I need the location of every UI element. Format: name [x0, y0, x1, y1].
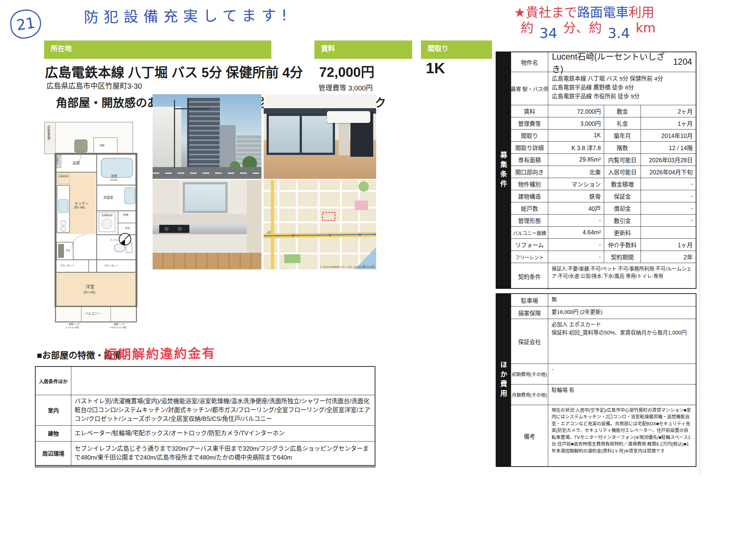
- property-table-row: 備考現在の状況:入居中(空予定)/広島市中心部竹屋町の賃貸マンション■室内にはシ…: [511, 405, 696, 467]
- property-field-value: K 3.8 洋7.8: [548, 142, 604, 153]
- floorplan-room-label: 洋室: [86, 285, 94, 290]
- map-copyright: © 2018 ZENRIN CO., LTD. (Z19LE第1442号): [320, 265, 375, 269]
- features-row-value: セブンイレブン広島じぞう通りまで320m/アーバス東千田まで320m/フジグラン…: [71, 442, 375, 465]
- handwritten-note-segment: km: [636, 21, 656, 35]
- property-field-label: 更新料: [604, 227, 641, 238]
- property-field-value: 1ヶ月: [641, 239, 696, 251]
- property-field-value: 必加入 エポスカード 保証料:初回_賃料等の50%、家賃収納月から毎月1,000…: [548, 319, 696, 364]
- station-value: 広島電鉄本線 八丁堀 バス 5分 保健所前 4分 広島電鉄宇品線 鷹野橋 徒歩 …: [548, 72, 696, 105]
- property-table-row: 損害保険要18,000円 (2年更新): [511, 307, 696, 319]
- handwritten-note-segment: 路面電車: [577, 5, 628, 20]
- property-table-row: フリーレント-契約期間2年: [511, 251, 696, 263]
- handwritten-note-segment: 利用: [628, 5, 654, 20]
- property-field-label: 管理形態: [511, 215, 548, 226]
- floorplan-shoe-label: 下足入: [56, 157, 58, 164]
- side-label-other-costs: ほか費用: [496, 293, 510, 467]
- floorplan-bath-size-label: (1216): [110, 178, 117, 181]
- property-field-value: 2026年04月下旬: [641, 166, 696, 178]
- location-header-bar: 所在地: [44, 40, 271, 59]
- handwritten-note-segment: 約: [521, 21, 534, 35]
- side-label-recruitment: 募集条件: [496, 52, 510, 289]
- right-note-line1: ★貴社まで路面電車利用: [514, 5, 705, 20]
- property-field-value: -: [548, 364, 696, 384]
- property-field-label: フリーレント: [511, 251, 548, 263]
- map-drawing: [264, 180, 376, 269]
- property-field-value: 1K: [548, 130, 604, 141]
- photo-stove: [159, 225, 189, 233]
- features-table-row: 入居条件ほか: [36, 367, 375, 395]
- property-table-row: 駐車場無: [511, 294, 696, 307]
- floorplan-washroom-label: 洗面室: [103, 196, 113, 199]
- handwritten-note-segment: 分、約: [563, 21, 602, 35]
- property-field-label: 築年月: [604, 130, 641, 141]
- photo-road-lane: [153, 173, 261, 174]
- property-field-label: 敷金積増: [604, 178, 641, 190]
- property-table-row: 物件種別マンション敷金積増-: [511, 178, 696, 190]
- property-field-label: 総戸数: [511, 202, 548, 214]
- property-table-row: 専有面積29.85m²内覧可能日2026年03月28日: [511, 154, 696, 166]
- property-field-value: 12 / 14階: [641, 142, 696, 153]
- property-table-row: バルコニー面積4.64m²更新料: [511, 227, 696, 239]
- compass-icon: [117, 231, 133, 247]
- right-note-line2: 約34分、約3.4km: [521, 20, 705, 36]
- floorplan-washer-label: 洗濯機置場: [100, 214, 114, 217]
- floorplan-bath-label: 浴室: [111, 174, 117, 178]
- property-field-label: 建物構造: [511, 190, 548, 202]
- property-table-row: 開口部向き北東入居可能日2026年04月下旬: [511, 166, 696, 178]
- property-table-row: 間取り1K築年月2014年10月: [511, 130, 696, 142]
- photo-air-conditioner: [327, 111, 370, 123]
- floorplan-entrance-label: 玄関: [72, 161, 80, 166]
- floorplan-hatch-right-label: 避難ハッチ: [114, 323, 125, 326]
- property-name-value: Lucent石﨑(ルーセントいしざき): [552, 50, 673, 75]
- photo-window: [267, 114, 335, 155]
- handwritten-top-note: 防犯設備充実してます!: [84, 3, 292, 27]
- floorplan-hatch-left-floors: 5.7.9.11.13階: [66, 326, 79, 329]
- property-field-value: [641, 227, 696, 238]
- property-room-number: 1204: [673, 57, 692, 67]
- photo-streetlight-arm: [174, 108, 209, 109]
- floorplan-ps-left-label: PS: [66, 249, 70, 252]
- property-field-label: 保証金: [604, 190, 641, 202]
- property-field-value: 駐輪場 有: [548, 385, 696, 405]
- property-field-value: 要18,000円 (2年更新): [548, 307, 696, 319]
- property-field-value: 1ヶ月: [641, 117, 696, 129]
- property-field-value: -: [641, 178, 696, 190]
- handwritten-right-note: ★貴社まで路面電車利用 約34分、約3.4km: [514, 5, 705, 36]
- features-row-value: バストイレ別/洗濯機置場(室内)/追焚機能浴室/浴室乾燥機/温水洗浄便座/洗面所…: [71, 395, 375, 425]
- property-field-value: 40戸: [548, 202, 604, 214]
- rent-management-fee: 管理費等 3,000円: [318, 82, 373, 92]
- property-field-value: 2ヶ月: [641, 105, 696, 117]
- property-field-value: 3,000円: [548, 117, 604, 129]
- photo-upper-cabinet: [153, 180, 179, 214]
- property-field-value: -: [641, 215, 696, 226]
- station-row: 最寄 駅・バス停 広島電鉄本線 八丁堀 バス 5分 保健所前 4分 広島電鉄宇品…: [511, 72, 696, 105]
- property-table-row: 管理費等3,000円礼金1ヶ月: [511, 117, 696, 130]
- property-field-label: 内覧可能日: [604, 154, 641, 166]
- scan-edge-line: [699, 63, 700, 475]
- property-field-label: 階数: [604, 142, 641, 153]
- contract-row: 契約条件 保証人:不要/楽器:不可/ペット:不可/事務所利用:不可/ルームシェア…: [511, 263, 696, 290]
- property-table-row: 建物構造鉄骨保証金-: [511, 190, 696, 202]
- property-field-value: マンション: [548, 178, 604, 190]
- property-field-label: 保証会社: [511, 319, 548, 364]
- property-field-label: 初期費用(その他): [511, 364, 548, 384]
- neighborhood-map: 中区役所国泰寺中保健所フジグラン広島広島市役所広島三育学院小南竹屋町アーバス東千…: [264, 180, 376, 269]
- location-value: 広島電鉄本線 八丁堀 バス 5分 保健所前 4分: [45, 62, 303, 81]
- interior-room-photo: [264, 94, 376, 179]
- floorplan-mb-label: MB: [100, 144, 105, 147]
- property-field-value: -: [548, 251, 604, 263]
- property-field-label: 敷金: [604, 105, 641, 117]
- features-row-value: [71, 367, 375, 395]
- property-field-label: リフォーム: [511, 239, 548, 251]
- property-field-label: 間取り: [511, 130, 548, 141]
- rent-header-label: 賃料: [321, 45, 335, 53]
- floorplan-kitchen-size-label: (約3.8帖): [74, 206, 85, 209]
- property-field-value: 2014年10月: [641, 130, 696, 141]
- property-field-label: 賃料: [511, 105, 548, 117]
- property-field-label: 管理費等: [511, 117, 548, 129]
- handwritten-circle-number: 21: [8, 8, 43, 40]
- layout-value: 1K: [426, 60, 445, 77]
- features-table-row: 周辺環境セブンイレブン広島じぞう通りまで320m/アーバス東千田まで320m/フ…: [36, 442, 375, 465]
- floorplan-hatch-left-label: 避難ハッチ: [69, 323, 80, 326]
- floorplan-closet-right-label: クローゼット: [104, 264, 118, 267]
